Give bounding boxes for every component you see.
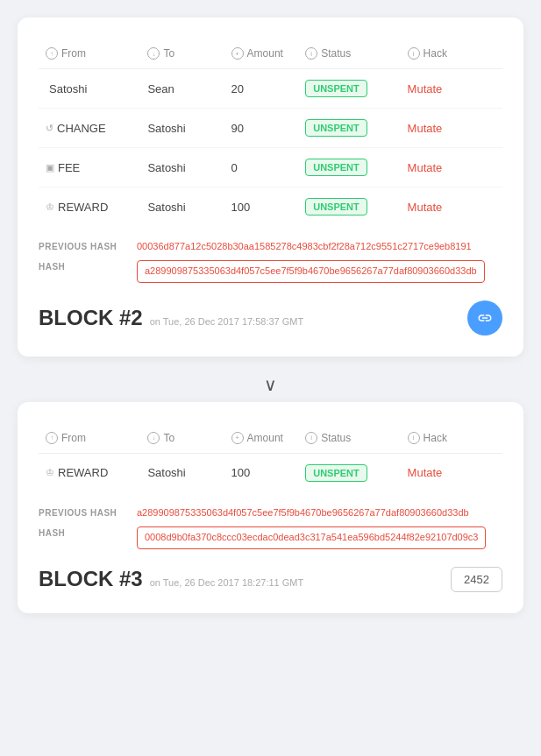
link-icon	[477, 310, 493, 326]
block-3-title: BLOCK #3	[39, 567, 143, 591]
status-badge: UNSPENT	[305, 464, 367, 482]
status-cell: UNSPENT	[298, 453, 400, 492]
amount-icon: +	[231, 47, 244, 60]
col-header-amount: + Amount	[224, 39, 299, 69]
status-icon: i	[305, 47, 317, 60]
from-cell: ↺ CHANGE	[39, 109, 140, 148]
amount-cell: 100	[224, 453, 299, 492]
status-cell: UNSPENT	[298, 109, 400, 148]
block-2-prev-hash-row: PREVIOUS HASH 00036d877a12c5028b30aa1585…	[39, 240, 502, 253]
from-value: CHANGE	[57, 122, 106, 135]
prev-hash-value: 00036d877a12c5028b30aa1585278c4983cbf2f2…	[137, 240, 472, 253]
to-icon: ↓	[147, 47, 160, 60]
block-3-prev-hash-row: PREVIOUS HASH a289909875335063d4f057c5ee…	[39, 506, 502, 519]
block-2-card: ↑ From ↓ To + Amount	[18, 18, 523, 357]
mutate-button[interactable]: Mutate	[408, 161, 443, 174]
block-3-footer: BLOCK #3 on Tue, 26 Dec 2017 18:27:11 GM…	[39, 567, 502, 592]
status-badge: UNSPENT	[305, 119, 367, 137]
status-badge: UNSPENT	[305, 80, 367, 97]
block-3-date: on Tue, 26 Dec 2017 18:27:11 GMT	[150, 577, 304, 588]
block-2-hashes: PREVIOUS HASH 00036d877a12c5028b30aa1585…	[39, 240, 502, 283]
block-3-hash-row: HASH 0008d9b0fa370c8ccc03ecdac0dead3c317…	[39, 526, 502, 548]
mutate-button[interactable]: Mutate	[408, 466, 443, 479]
hash-value: a289909875335063d4f057c5ee7f5f9b4670be96…	[137, 260, 485, 282]
from-value: FEE	[58, 161, 80, 174]
col-header-status: i Status	[298, 39, 400, 69]
col-header-hack: i Hack	[401, 39, 502, 69]
block-3-title-row: BLOCK #3 on Tue, 26 Dec 2017 18:27:11 GM…	[39, 567, 303, 591]
from-value: REWARD	[58, 466, 108, 479]
status-cell: UNSPENT	[298, 69, 400, 109]
mutate-button[interactable]: Mutate	[408, 201, 443, 214]
block-3-hashes: PREVIOUS HASH a289909875335063d4f057c5ee…	[39, 506, 502, 549]
row-from-icon: ♔	[46, 467, 54, 478]
to-cell: Sean	[140, 69, 224, 109]
block-3-table: ↑ From ↓ To + Amount	[39, 423, 502, 492]
table-row: Satoshi Sean 20 UNSPENT Mutate	[39, 69, 502, 109]
hack-icon: i	[408, 47, 420, 60]
col-header-to: ↓ To	[140, 39, 224, 69]
block-3-card: ↑ From ↓ To + Amount	[18, 402, 523, 613]
amount-cell: 0	[224, 148, 299, 187]
block-2-date: on Tue, 26 Dec 2017 17:58:37 GMT	[150, 316, 304, 327]
from-icon: ↑	[46, 47, 58, 60]
status-icon-b3: i	[305, 432, 317, 444]
hash-label: HASH	[39, 260, 126, 272]
block-3-badge-value: 2452	[464, 573, 489, 586]
from-cell: ▣ FEE	[39, 148, 140, 187]
block-2-hash-row: HASH a289909875335063d4f057c5ee7f5f9b467…	[39, 260, 502, 282]
amount-icon-b3: +	[231, 432, 244, 444]
hack-icon-b3: i	[408, 432, 420, 444]
hack-cell: Mutate	[401, 148, 502, 187]
block-2-action-button[interactable]	[467, 300, 502, 336]
to-icon-b3: ↓	[147, 432, 160, 444]
col-header-hack-b3: i Hack	[401, 423, 502, 454]
status-cell: UNSPENT	[298, 148, 400, 187]
amount-cell: 90	[224, 109, 299, 148]
hash-label-b3: HASH	[39, 526, 126, 538]
table-row: ♔ REWARD Satoshi 100 UNSPENT Mutate	[39, 187, 502, 227]
row-from-icon: ♔	[46, 201, 54, 213]
amount-cell: 100	[224, 187, 299, 227]
col-header-status-b3: i Status	[298, 423, 400, 454]
mutate-button[interactable]: Mutate	[408, 122, 443, 135]
status-badge: UNSPENT	[305, 159, 367, 176]
table-row: ▣ FEE Satoshi 0 UNSPENT Mutate	[39, 148, 502, 187]
hack-cell: Mutate	[401, 109, 502, 148]
to-cell: Satoshi	[140, 148, 224, 187]
status-badge: UNSPENT	[305, 198, 367, 215]
from-value: REWARD	[58, 201, 108, 214]
from-cell: ♔ REWARD	[39, 187, 140, 227]
chevron-separator: ∨	[18, 367, 523, 402]
to-cell: Satoshi	[140, 109, 224, 148]
prev-hash-label-b3: PREVIOUS HASH	[39, 506, 126, 518]
block-2-footer: BLOCK #2 on Tue, 26 Dec 2017 17:58:37 GM…	[39, 300, 502, 336]
hack-cell: Mutate	[401, 453, 502, 492]
prev-hash-value-b3: a289909875335063d4f057c5ee7f5f9b4670be96…	[137, 506, 469, 519]
col-header-from-b3: ↑ From	[39, 423, 140, 454]
from-cell: Satoshi	[39, 69, 140, 109]
block-3-badge-button[interactable]: 2452	[451, 567, 502, 592]
amount-cell: 20	[224, 69, 299, 109]
block-2-table: ↑ From ↓ To + Amount	[39, 39, 502, 226]
hack-cell: Mutate	[401, 187, 502, 227]
table-row: ↺ CHANGE Satoshi 90 UNSPENT Mutate	[39, 109, 502, 148]
col-header-to-b3: ↓ To	[140, 423, 224, 454]
status-cell: UNSPENT	[298, 187, 400, 227]
row-from-icon: ↺	[46, 123, 53, 134]
from-cell: ♔ REWARD	[39, 453, 140, 492]
from-icon-b3: ↑	[46, 432, 58, 444]
block-2-title: BLOCK #2	[39, 306, 143, 330]
block-2-title-row: BLOCK #2 on Tue, 26 Dec 2017 17:58:37 GM…	[39, 306, 303, 330]
from-value: Satoshi	[49, 82, 87, 95]
mutate-button[interactable]: Mutate	[408, 82, 443, 95]
col-header-from: ↑ From	[39, 39, 140, 69]
hash-value-b3: 0008d9b0fa370c8ccc03ecdac0dead3c317a541e…	[137, 526, 486, 548]
to-cell: Satoshi	[140, 453, 224, 492]
table-row: ♔ REWARD Satoshi 100 UNSPENT Mutate	[39, 453, 502, 492]
col-header-amount-b3: + Amount	[224, 423, 299, 454]
row-from-icon: ▣	[46, 162, 54, 173]
to-cell: Satoshi	[140, 187, 224, 227]
prev-hash-label: PREVIOUS HASH	[39, 240, 126, 251]
hack-cell: Mutate	[401, 69, 502, 109]
